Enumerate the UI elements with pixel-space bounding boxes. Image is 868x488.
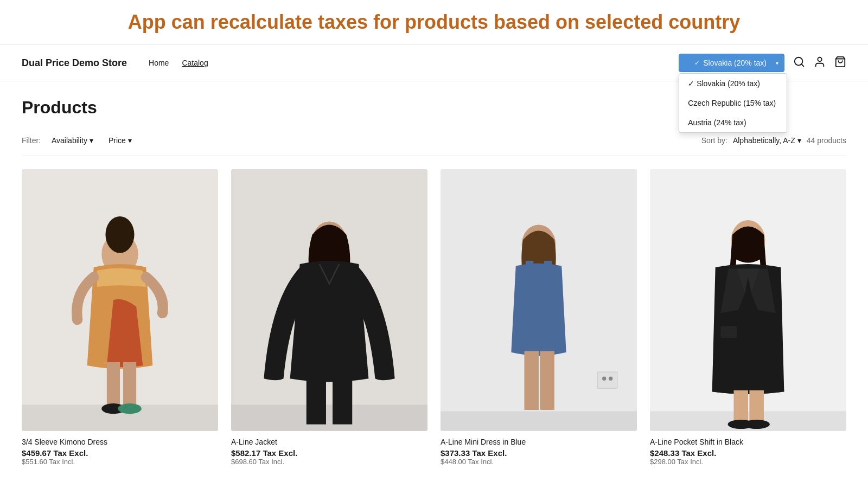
price-filter[interactable]: Price ▾ (104, 134, 136, 147)
dropdown-item-czech[interactable]: Czech Republic (15% tax) (679, 93, 787, 113)
cart-icon[interactable] (834, 56, 846, 70)
product-image-2 (231, 169, 427, 431)
svg-point-25 (602, 377, 606, 381)
product-image-3 (441, 169, 637, 431)
dropdown-item-slovakia[interactable]: ✓ Slovakia (20% tax) (679, 74, 787, 93)
product-card-1[interactable]: 3/4 Sleeve Kimono Dress $459.67 Tax Excl… (22, 169, 218, 466)
svg-rect-23 (540, 351, 554, 410)
header-right: ✓ Slovakia (20% tax) ▾ ✓ Slovakia (20% t… (679, 54, 846, 72)
chevron-down-icon: ▾ (776, 60, 778, 66)
svg-rect-22 (524, 351, 539, 410)
product-image-1 (22, 169, 218, 431)
store-name[interactable]: Dual Price Demo Store (22, 57, 127, 69)
checkmark-icon: ✓ (694, 59, 700, 67)
nav-catalog[interactable]: Catalog (182, 59, 208, 67)
product-image-4 (650, 169, 846, 431)
svg-rect-32 (749, 390, 764, 423)
filter-label: Filter: (22, 136, 41, 145)
country-selector[interactable]: ✓ Slovakia (20% tax) ▾ (679, 54, 784, 72)
svg-rect-16 (333, 375, 352, 424)
svg-line-1 (801, 64, 803, 66)
main-nav: Home Catalog (149, 59, 679, 67)
svg-rect-20 (526, 261, 533, 271)
product-price-incl-3: $448.00 Tax Incl. (441, 458, 637, 466)
product-price-excl-1: $459.67 Tax Excl. (22, 448, 218, 458)
filter-left: Filter: Availability ▾ Price ▾ (22, 134, 136, 147)
product-name-1: 3/4 Sleeve Kimono Dress (22, 438, 218, 446)
svg-point-7 (105, 216, 134, 253)
svg-rect-18 (441, 411, 637, 431)
product-name-4: A-Line Pocket Shift in Black (650, 438, 846, 446)
sort-label: Sort by: (701, 136, 727, 145)
product-price-excl-3: $373.33 Tax Excl. (441, 448, 637, 458)
site-header: Dual Price Demo Store Home Catalog ✓ Slo… (0, 44, 868, 81)
availability-filter[interactable]: Availability ▾ (47, 134, 98, 147)
svg-point-34 (744, 420, 770, 429)
product-card-3[interactable]: A-Line Mini Dress in Blue $373.33 Tax Ex… (441, 169, 637, 466)
products-grid: 3/4 Sleeve Kimono Dress $459.67 Tax Excl… (22, 169, 846, 466)
account-icon[interactable] (814, 56, 826, 70)
product-price-excl-2: $582.17 Tax Excl. (231, 448, 427, 458)
product-price-incl-2: $698.60 Tax Incl. (231, 458, 427, 466)
sort-select[interactable]: Alphabetically, A-Z ▾ (733, 136, 801, 145)
product-card-4[interactable]: A-Line Pocket Shift in Black $248.33 Tax… (650, 169, 846, 466)
filter-bar: Filter: Availability ▾ Price ▾ Sort by: … (22, 134, 846, 156)
svg-rect-8 (107, 362, 120, 408)
banner: App can recalculate taxes for products b… (0, 0, 868, 44)
product-price-incl-1: $551.60 Tax Incl. (22, 458, 218, 466)
svg-point-26 (609, 377, 612, 381)
svg-rect-15 (307, 375, 326, 424)
svg-rect-9 (123, 362, 136, 408)
selected-country: Slovakia (20% tax) (703, 59, 767, 67)
svg-rect-30 (720, 326, 737, 338)
filter-right: Sort by: Alphabetically, A-Z ▾ 44 produc… (701, 136, 846, 145)
main-content: Products Filter: Availability ▾ Price ▾ … (0, 81, 868, 482)
product-count: 44 products (807, 136, 846, 145)
svg-point-11 (118, 403, 141, 414)
banner-text: App can recalculate taxes for products b… (22, 11, 846, 34)
availability-label: Availability (52, 136, 87, 145)
price-label: Price (108, 136, 126, 145)
product-name-3: A-Line Mini Dress in Blue (441, 438, 637, 446)
country-selector-wrapper: ✓ Slovakia (20% tax) ▾ ✓ Slovakia (20% t… (679, 54, 784, 72)
dropdown-item-austria[interactable]: Austria (24% tax) (679, 113, 787, 132)
country-dropdown: ✓ Slovakia (20% tax) Czech Republic (15%… (679, 73, 787, 133)
sort-chevron-icon: ▾ (797, 136, 801, 145)
sort-value: Alphabetically, A-Z (733, 136, 795, 145)
nav-home[interactable]: Home (149, 59, 169, 67)
svg-rect-21 (544, 261, 552, 271)
svg-rect-31 (733, 390, 748, 423)
svg-rect-24 (598, 372, 617, 388)
availability-chevron-icon: ▾ (90, 136, 93, 145)
product-price-incl-4: $298.00 Tax Incl. (650, 458, 846, 466)
svg-point-2 (818, 57, 821, 61)
product-name-2: A-Line Jacket (231, 438, 427, 446)
price-chevron-icon: ▾ (128, 136, 132, 145)
product-card-2[interactable]: A-Line Jacket $582.17 Tax Excl. $698.60 … (231, 169, 427, 466)
product-price-excl-4: $248.33 Tax Excl. (650, 448, 846, 458)
search-icon[interactable] (793, 56, 805, 70)
svg-rect-13 (231, 404, 427, 431)
